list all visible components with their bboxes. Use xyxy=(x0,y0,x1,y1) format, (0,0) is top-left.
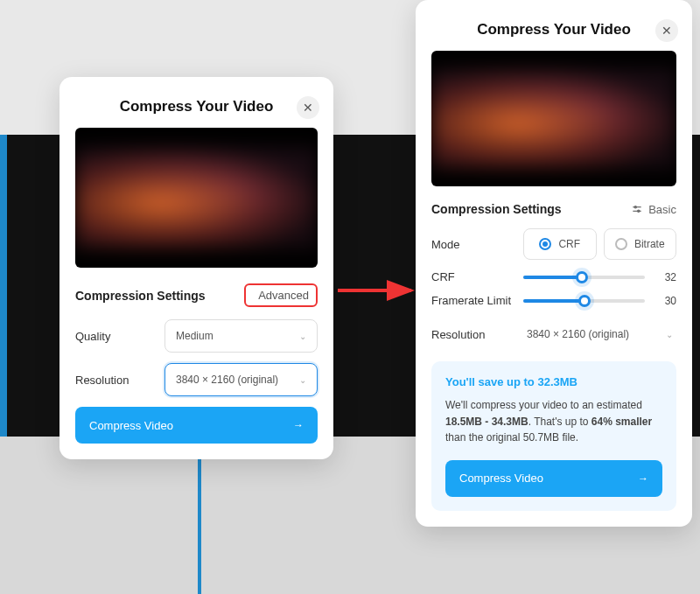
mode-bitrate-label: Bitrate xyxy=(634,238,665,250)
resolution-label: Resolution xyxy=(75,374,129,387)
sliders-icon xyxy=(631,203,643,215)
panel-header: Compress Your Video ✕ xyxy=(431,21,676,38)
callout-arrow-icon xyxy=(336,277,420,304)
settings-title: Compression Settings xyxy=(75,289,206,303)
savings-percentage: 64% smaller xyxy=(592,416,652,428)
close-button[interactable]: ✕ xyxy=(655,19,678,42)
framerate-value: 30 xyxy=(657,295,676,307)
basic-toggle-label: Basic xyxy=(648,203,676,216)
settings-title: Compression Settings xyxy=(431,202,562,216)
radio-dot-icon xyxy=(539,238,551,250)
video-thumbnail xyxy=(75,128,318,268)
resolution-value: 3840 × 2160 (original) xyxy=(176,374,278,386)
resolution-value: 3840 × 2160 (original) xyxy=(527,328,629,340)
savings-text: . That's up to xyxy=(528,416,592,428)
close-icon: ✕ xyxy=(303,101,313,115)
savings-title: You'll save up to 32.3MB xyxy=(445,375,662,388)
compress-button-label: Compress Video xyxy=(89,419,173,432)
mode-crf-label: CRF xyxy=(558,238,580,250)
framerate-label: Framerate Limit xyxy=(431,294,511,307)
crf-label: CRF xyxy=(431,270,455,283)
savings-text: than the original 50.7MB file. xyxy=(445,431,578,444)
basic-toggle[interactable]: Basic xyxy=(631,203,676,216)
mode-bitrate-radio[interactable]: Bitrate xyxy=(604,228,677,260)
background-center-accent xyxy=(198,437,201,594)
quality-select[interactable]: Medium ⌄ xyxy=(164,319,318,353)
arrow-right-icon: → xyxy=(293,419,304,431)
panel-title: Compress Your Video xyxy=(477,21,631,38)
framerate-row: Framerate Limit 30 xyxy=(431,294,676,307)
close-button[interactable]: ✕ xyxy=(297,96,319,119)
settings-header-row: Compression Settings Basic xyxy=(431,202,676,216)
resolution-select[interactable]: 3840 × 2160 (original) ⌄ xyxy=(523,318,676,351)
savings-estimate: 18.5MB - 34.3MB xyxy=(445,416,528,428)
compress-button[interactable]: Compress Video → xyxy=(75,407,318,444)
advanced-toggle[interactable]: Advanced xyxy=(244,283,318,307)
video-thumbnail-image xyxy=(431,68,676,169)
mode-label: Mode xyxy=(431,238,460,251)
compress-panel-advanced: Compress Your Video ✕ Compression Settin… xyxy=(416,0,692,527)
slider-knob[interactable] xyxy=(576,271,588,283)
quality-value: Medium xyxy=(176,330,214,342)
savings-card: You'll save up to 32.3MB We'll compress … xyxy=(431,361,676,511)
slider-fill xyxy=(523,276,582,279)
slider-fill xyxy=(523,299,584,303)
compress-button[interactable]: Compress Video → xyxy=(445,460,662,497)
framerate-slider[interactable] xyxy=(523,299,645,303)
crf-slider-group: 32 xyxy=(523,271,676,283)
panel-header: Compress Your Video ✕ xyxy=(75,98,318,115)
resolution-label: Resolution xyxy=(431,328,485,341)
savings-text: We'll compress your video to an estimate… xyxy=(445,399,642,411)
settings-header-row: Compression Settings Advanced xyxy=(75,283,318,307)
resolution-select[interactable]: 3840 × 2160 (original) ⌄ xyxy=(164,363,318,396)
crf-row: CRF 32 xyxy=(431,270,676,283)
close-icon: ✕ xyxy=(662,24,672,38)
arrow-right-icon: → xyxy=(638,472,648,485)
video-thumbnail xyxy=(431,51,676,186)
crf-slider[interactable] xyxy=(523,276,645,279)
chevron-down-icon: ⌄ xyxy=(666,330,673,339)
resolution-row: Resolution 3840 × 2160 (original) ⌄ xyxy=(431,318,676,351)
mode-row: Mode CRF Bitrate xyxy=(431,228,676,260)
quality-row: Quality Medium ⌄ xyxy=(75,319,318,353)
advanced-toggle-label: Advanced xyxy=(258,289,309,302)
resolution-row: Resolution 3840 × 2160 (original) ⌄ xyxy=(75,363,318,396)
crf-value: 32 xyxy=(657,271,676,283)
chevron-down-icon: ⌄ xyxy=(299,375,306,385)
panel-title: Compress Your Video xyxy=(120,98,274,115)
mode-radio-group: CRF Bitrate xyxy=(523,228,676,260)
framerate-slider-group: 30 xyxy=(523,295,676,307)
mode-crf-radio[interactable]: CRF xyxy=(523,228,597,260)
chevron-down-icon: ⌄ xyxy=(299,332,306,341)
video-thumbnail-image xyxy=(75,147,318,248)
background-left-accent xyxy=(0,135,7,437)
savings-body: We'll compress your video to an estimate… xyxy=(445,397,662,446)
quality-label: Quality xyxy=(75,330,110,343)
slider-knob[interactable] xyxy=(578,295,591,307)
compress-button-label: Compress Video xyxy=(459,472,543,485)
compress-panel-basic: Compress Your Video ✕ Compression Settin… xyxy=(60,77,333,459)
radio-dot-icon xyxy=(615,238,627,250)
